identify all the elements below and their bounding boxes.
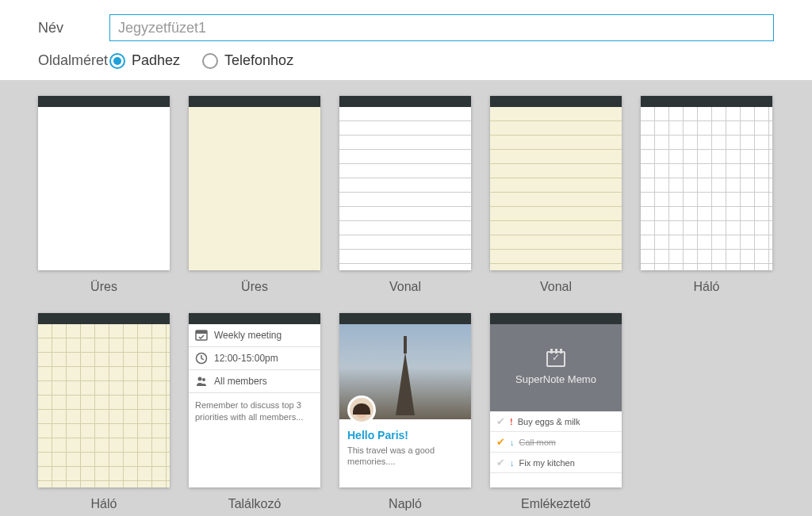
- template-lines-white[interactable]: Vonal: [339, 96, 471, 294]
- diary-title: Hello Paris!: [347, 429, 463, 441]
- avatar: [347, 396, 376, 424]
- template-thumb: Weekly meeting 12:00-15:00pm All members…: [189, 313, 320, 487]
- template-blank-cream[interactable]: Üres: [189, 96, 320, 294]
- meeting-attendees: All members: [214, 376, 267, 387]
- diary-photo: [339, 324, 471, 419]
- name-row: Név: [38, 14, 774, 41]
- meeting-attendees-row: All members: [189, 370, 320, 393]
- template-thumb: Hello Paris! This travel was a good memo…: [339, 313, 471, 487]
- memo-list: ✔ ! Buy eggs & milk ✔ ↓ Call mom ✔ ↓ Fix…: [490, 411, 622, 473]
- memo-text: Call mom: [519, 438, 556, 447]
- size-label: Oldalméret: [38, 52, 109, 69]
- radio-phone[interactable]: Telefonhoz: [202, 52, 293, 69]
- form-area: Név Oldalméret Padhez Telefonhoz: [0, 0, 812, 80]
- template-diary[interactable]: Hello Paris! This travel was a good memo…: [339, 313, 471, 511]
- memo-title: SuperNote Memo: [515, 373, 596, 385]
- svg-point-3: [198, 377, 202, 381]
- meeting-title-row: Weekly meeting: [189, 324, 320, 347]
- meeting-time-row: 12:00-15:00pm: [189, 347, 320, 370]
- memo-text: Fix my kitchen: [519, 458, 575, 468]
- memo-item: ✔ ↓ Fix my kitchen: [490, 453, 622, 473]
- eiffel-tower-icon: [396, 352, 415, 415]
- template-caption: Háló: [91, 497, 117, 511]
- templates-grid: Üres Üres Vonal Vonal Háló: [0, 80, 812, 516]
- template-thumb: [38, 313, 170, 487]
- priority-low-icon: ↓: [510, 438, 515, 447]
- template-caption: Vonal: [389, 280, 421, 294]
- template-grid-white[interactable]: Háló: [641, 96, 772, 294]
- priority-high-icon: !: [510, 417, 513, 426]
- memo-item: ✔ ↓ Call mom: [490, 432, 622, 453]
- template-thumb: [189, 96, 320, 270]
- calendar-check-icon: [195, 329, 208, 342]
- people-icon: [195, 375, 208, 388]
- template-thumb: [339, 96, 471, 270]
- template-caption: Háló: [694, 280, 720, 294]
- diary-body: This travel was a good memories....: [347, 445, 463, 468]
- check-icon: ✔: [496, 436, 505, 448]
- memo-icon: [546, 351, 565, 367]
- template-caption: Üres: [241, 280, 268, 294]
- radio-pad[interactable]: Padhez: [109, 52, 180, 69]
- template-thumb: [641, 96, 772, 270]
- template-caption: Emlékeztető: [521, 497, 591, 511]
- template-caption: Üres: [90, 280, 117, 294]
- name-label: Név: [38, 20, 109, 36]
- radio-icon: [202, 53, 218, 69]
- template-meeting[interactable]: Weekly meeting 12:00-15:00pm All members…: [189, 313, 320, 511]
- radio-icon: [109, 53, 125, 69]
- size-radio-group: Padhez Telefonhoz: [109, 52, 293, 69]
- size-row: Oldalméret Padhez Telefonhoz: [38, 52, 774, 69]
- svg-point-4: [202, 378, 205, 381]
- name-input[interactable]: [109, 14, 774, 41]
- radio-pad-label: Padhez: [132, 52, 180, 69]
- memo-text: Buy eggs & milk: [518, 417, 580, 426]
- meeting-time: 12:00-15:00pm: [214, 353, 278, 364]
- template-thumb: [490, 96, 622, 270]
- svg-rect-1: [196, 331, 207, 334]
- memo-header: SuperNote Memo: [490, 324, 622, 411]
- priority-low-icon: ↓: [510, 458, 515, 468]
- template-caption: Napló: [389, 497, 422, 511]
- template-lines-cream[interactable]: Vonal: [490, 96, 622, 294]
- meeting-notes: Remember to discuss top 3 priorities wit…: [189, 393, 320, 430]
- template-memo[interactable]: SuperNote Memo ✔ ! Buy eggs & milk ✔ ↓ C…: [490, 313, 622, 511]
- template-caption: Találkozó: [228, 497, 282, 511]
- radio-phone-label: Telefonhoz: [224, 52, 293, 69]
- template-thumb: [38, 96, 170, 270]
- template-grid-cream[interactable]: Háló: [38, 313, 170, 511]
- clock-icon: [195, 352, 208, 365]
- check-icon: ✔: [496, 415, 505, 427]
- meeting-title: Weekly meeting: [214, 330, 282, 341]
- check-icon: ✔: [496, 457, 505, 468]
- memo-item: ✔ ! Buy eggs & milk: [490, 411, 622, 432]
- template-thumb: SuperNote Memo ✔ ! Buy eggs & milk ✔ ↓ C…: [490, 313, 622, 487]
- template-caption: Vonal: [540, 280, 572, 294]
- template-blank-white[interactable]: Üres: [38, 96, 170, 294]
